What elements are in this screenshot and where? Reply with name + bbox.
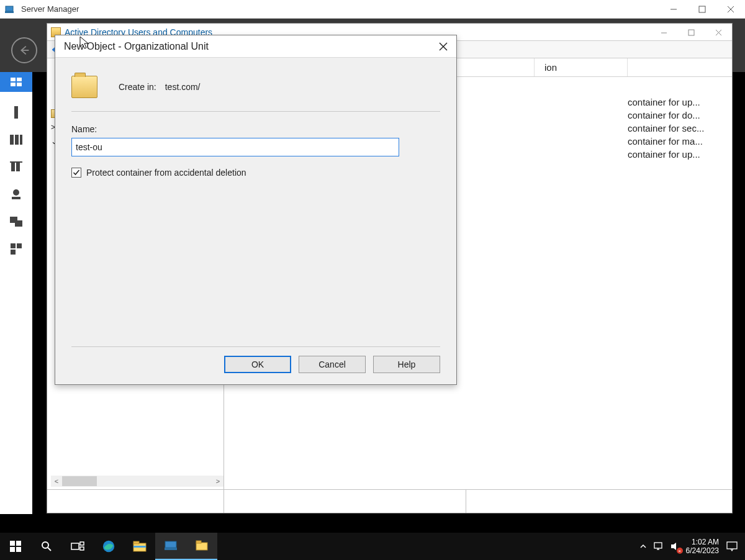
svg-rect-16 <box>16 163 20 171</box>
ou-folder-icon <box>71 76 97 98</box>
sidebar-dns[interactable] <box>9 187 23 201</box>
tray-chevron-icon[interactable] <box>638 541 649 552</box>
ok-button[interactable]: OK <box>224 356 291 373</box>
aduc-minimize-button[interactable] <box>650 24 677 41</box>
close-button[interactable] <box>716 0 745 19</box>
aduc-close-button[interactable] <box>705 24 732 41</box>
svg-rect-22 <box>11 243 16 248</box>
scroll-thumb[interactable] <box>62 476 97 486</box>
name-label: Name: <box>71 124 440 134</box>
svg-rect-49 <box>196 541 201 543</box>
tray-network-icon[interactable] <box>654 541 665 552</box>
svg-marker-53 <box>671 543 676 550</box>
protect-checkbox[interactable] <box>71 168 81 178</box>
aduc-status-bar <box>47 489 732 513</box>
svg-point-18 <box>13 189 19 196</box>
search-button[interactable] <box>31 533 62 560</box>
taskbar: × 1:02 AM 6/24/2023 <box>0 533 745 560</box>
create-in-label: Create in: <box>119 82 156 92</box>
maximize-button[interactable] <box>688 0 716 19</box>
back-button[interactable] <box>11 37 37 63</box>
system-tray: × 1:02 AM 6/24/2023 <box>638 538 745 555</box>
create-in-value: test.com/ <box>165 82 201 92</box>
divider <box>71 111 440 112</box>
svg-rect-24 <box>11 250 16 255</box>
tray-time: 1:02 AM <box>686 538 719 546</box>
cancel-button[interactable]: Cancel <box>299 356 366 373</box>
start-button[interactable] <box>0 533 31 560</box>
svg-rect-34 <box>16 541 21 546</box>
svg-rect-45 <box>133 546 146 548</box>
dialog-title: New Object - Organizational Unit <box>55 35 456 58</box>
svg-rect-39 <box>71 543 79 549</box>
svg-rect-26 <box>689 30 694 35</box>
minimize-button[interactable] <box>659 0 688 19</box>
tray-notifications-icon[interactable] <box>724 541 740 552</box>
svg-rect-17 <box>10 161 22 163</box>
task-view-button[interactable] <box>62 533 93 560</box>
svg-rect-0 <box>6 6 13 11</box>
protect-label: Protect container from accidental deleti… <box>86 168 246 178</box>
sidebar-item-6[interactable] <box>9 242 23 256</box>
svg-rect-41 <box>80 547 84 550</box>
tree-horizontal-scrollbar[interactable]: < > <box>51 476 224 487</box>
taskbar-aduc[interactable] <box>186 533 217 560</box>
server-manager-icon <box>4 4 15 15</box>
scroll-right-icon[interactable]: > <box>212 476 224 487</box>
svg-rect-40 <box>80 542 84 545</box>
svg-rect-46 <box>165 541 176 548</box>
tray-volume-icon[interactable]: × <box>670 541 681 552</box>
svg-rect-47 <box>165 548 177 550</box>
taskbar-edge[interactable] <box>93 533 124 560</box>
window-title: Server Manager <box>21 4 79 14</box>
svg-point-37 <box>42 542 48 548</box>
svg-rect-50 <box>654 543 662 548</box>
svg-rect-35 <box>10 547 15 552</box>
svg-rect-36 <box>16 547 21 552</box>
svg-rect-23 <box>17 243 22 248</box>
svg-rect-44 <box>133 541 139 544</box>
taskbar-explorer[interactable] <box>124 533 155 560</box>
svg-rect-3 <box>699 6 705 12</box>
sidebar-adds[interactable] <box>9 160 23 174</box>
svg-line-38 <box>48 548 51 551</box>
name-input[interactable] <box>71 138 399 156</box>
dialog-close-button[interactable] <box>434 38 453 55</box>
help-button[interactable]: Help <box>373 356 440 373</box>
sidebar-file-services[interactable] <box>9 215 23 228</box>
new-ou-dialog: New Object - Organizational Unit Create … <box>55 35 457 385</box>
server-manager-titlebar: Server Manager <box>0 0 745 19</box>
svg-rect-48 <box>196 543 207 550</box>
svg-rect-19 <box>12 197 20 199</box>
column-description[interactable]: ion <box>535 58 628 76</box>
volume-muted-badge: × <box>677 548 683 554</box>
tray-date: 6/24/2023 <box>686 546 719 555</box>
footer-divider <box>71 346 440 347</box>
svg-rect-1 <box>5 11 14 13</box>
taskbar-server-manager[interactable] <box>155 533 186 560</box>
aduc-maximize-button[interactable] <box>677 24 705 41</box>
svg-rect-15 <box>11 163 15 171</box>
tray-clock[interactable]: 1:02 AM 6/24/2023 <box>686 538 719 555</box>
svg-rect-33 <box>10 541 15 546</box>
svg-rect-54 <box>727 542 737 549</box>
svg-rect-21 <box>15 220 22 227</box>
scroll-left-icon[interactable]: < <box>51 476 62 487</box>
